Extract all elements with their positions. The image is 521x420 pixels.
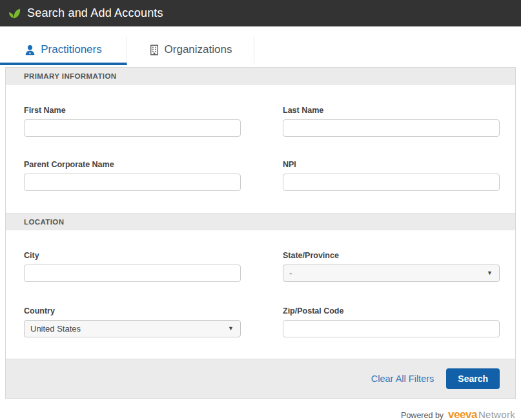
location-form: City State/Province - ▼ Country United S…	[6, 251, 515, 337]
tab-practitioners-label: Practitioners	[41, 43, 101, 56]
city-label: City	[24, 251, 241, 260]
panel-footer: Clear All Filters Search	[6, 359, 515, 398]
first-name-group: First Name	[24, 106, 241, 137]
powered-by-text: Powered by	[401, 411, 444, 420]
country-select[interactable]: United States ▼	[24, 320, 241, 337]
last-name-group: Last Name	[283, 106, 500, 137]
primary-information-section-header: PRIMARY INFORMATION	[6, 68, 515, 85]
first-name-input[interactable]	[24, 119, 241, 137]
parent-corporate-name-group: Parent Corporate Name	[24, 160, 241, 191]
zip-postal-code-label: Zip/Postal Code	[283, 306, 500, 315]
organization-building-icon	[149, 45, 159, 55]
state-province-select[interactable]: - ▼	[283, 265, 500, 282]
last-name-input[interactable]	[283, 119, 500, 137]
chevron-down-icon: ▼	[228, 326, 234, 332]
primary-information-form: First Name Last Name Parent Corporate Na…	[6, 106, 515, 191]
search-button[interactable]: Search	[446, 368, 500, 389]
powered-by-branding: Powered by veeva Network	[6, 408, 515, 420]
clear-all-filters-link[interactable]: Clear All Filters	[371, 374, 434, 384]
state-province-label: State/Province	[283, 251, 500, 260]
npi-label: NPI	[283, 160, 500, 169]
form-row: Country United States ▼ Zip/Postal Code	[24, 306, 500, 337]
search-panel: PRIMARY INFORMATION First Name Last Name…	[5, 67, 516, 399]
state-province-value: -	[289, 268, 292, 278]
parent-corporate-name-label: Parent Corporate Name	[24, 160, 241, 169]
last-name-label: Last Name	[283, 106, 500, 115]
zip-postal-code-input[interactable]	[283, 320, 500, 337]
page-title: Search and Add Accounts	[27, 6, 163, 20]
zip-postal-code-group: Zip/Postal Code	[283, 306, 500, 337]
tab-bar: Practitioners Organizations	[0, 37, 521, 65]
form-row: First Name Last Name	[24, 106, 500, 137]
tab-organizations-label: Organizations	[165, 43, 232, 56]
veeva-logo: veeva	[448, 408, 477, 420]
leaf-icon	[8, 6, 21, 20]
first-name-label: First Name	[24, 106, 241, 115]
practitioner-person-icon	[25, 45, 36, 55]
npi-input[interactable]	[283, 174, 500, 191]
form-row: Parent Corporate Name NPI	[24, 160, 500, 191]
location-section-header: LOCATION	[6, 213, 515, 230]
tab-organizations[interactable]: Organizations	[127, 37, 254, 65]
state-province-group: State/Province - ▼	[283, 251, 500, 282]
country-label: Country	[24, 306, 241, 315]
npi-group: NPI	[283, 160, 500, 191]
network-logo-text: Network	[478, 409, 515, 420]
form-row: City State/Province - ▼	[24, 251, 500, 282]
tab-practitioners[interactable]: Practitioners	[0, 37, 127, 65]
country-value: United States	[30, 324, 81, 334]
country-group: Country United States ▼	[24, 306, 241, 337]
city-group: City	[24, 251, 241, 282]
parent-corporate-name-input[interactable]	[24, 174, 241, 191]
chevron-down-icon: ▼	[487, 270, 493, 276]
title-bar: Search and Add Accounts	[0, 0, 521, 26]
city-input[interactable]	[24, 265, 241, 282]
